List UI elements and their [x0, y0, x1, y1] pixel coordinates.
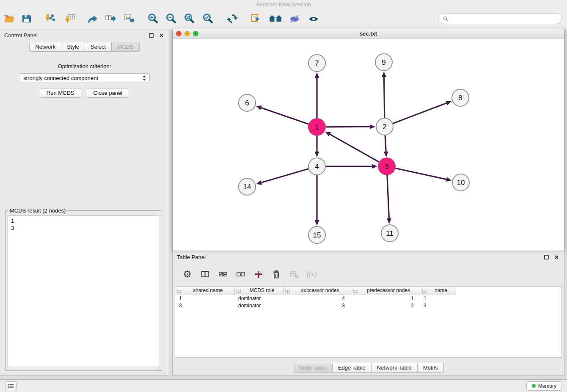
function-builder-icon: f(x) — [306, 269, 317, 280]
save-session-icon[interactable] — [19, 11, 34, 26]
float-table-panel-icon[interactable] — [543, 254, 550, 260]
table-cell: 3 — [283, 302, 351, 309]
attribute-table: shared nameMCDS rolesuccessor nodesprede… — [175, 287, 456, 309]
delete-row-icon[interactable] — [270, 269, 282, 280]
table-row[interactable]: 1dominator411 — [175, 295, 456, 302]
zoom-selected-icon[interactable] — [201, 11, 215, 26]
graph-edge-arrowhead — [315, 220, 319, 226]
settings-gear-icon[interactable]: ⚙ — [182, 269, 193, 280]
tab-style[interactable]: Style — [61, 42, 85, 52]
tab-motifs[interactable]: Motifs — [418, 363, 444, 373]
close-table-panel-icon[interactable] — [553, 254, 560, 260]
refresh-view-icon[interactable] — [225, 11, 239, 26]
graph-edge-1-2[interactable] — [325, 127, 370, 127]
graph-edge-2-3[interactable] — [385, 135, 386, 152]
tab-select[interactable]: Select — [85, 42, 112, 52]
table-panel-tabs: Node TableEdge TableNetwork TableMotifs — [173, 363, 564, 373]
close-panel-button[interactable]: Close panel — [87, 88, 129, 98]
graph-node-label: 11 — [386, 229, 394, 237]
network-window-title: scc.txt — [360, 30, 377, 37]
graph-edge-3-10[interactable] — [395, 168, 446, 179]
search-box[interactable] — [438, 13, 562, 24]
graph-edge-arrowhead — [446, 177, 452, 182]
graph-edge-2-8[interactable] — [393, 103, 447, 123]
home-views-icon[interactable] — [267, 11, 284, 26]
maximize-window-icon[interactable] — [193, 31, 198, 36]
graph-edge-3-1[interactable] — [330, 134, 379, 162]
graph-edge-4-14[interactable] — [261, 169, 309, 183]
search-input[interactable] — [451, 16, 557, 22]
table-cell: 3 — [420, 302, 456, 309]
clone-network-icon[interactable] — [248, 11, 263, 26]
open-session-icon[interactable] — [2, 11, 17, 26]
paint-style-eye-icon[interactable] — [287, 11, 302, 26]
graph-node-label: 3 — [385, 163, 388, 171]
graph-node-label: 7 — [315, 59, 319, 67]
tab-network-table[interactable]: Network Table — [372, 363, 418, 373]
graph-edge-arrowhead — [315, 72, 319, 78]
graph-edge-2-9[interactable] — [384, 77, 384, 118]
show-columns-icon[interactable] — [199, 269, 211, 280]
minimize-window-icon[interactable] — [184, 31, 190, 36]
column-header-shared-name[interactable]: shared name — [175, 287, 234, 295]
control-panel-tabs: NetworkStyleSelectMCDS — [0, 42, 169, 52]
import-network-icon[interactable] — [43, 11, 57, 26]
delete-column-icon — [288, 269, 300, 280]
graph-node-label: 2 — [383, 123, 386, 131]
graph-edge-arrowhead — [446, 101, 451, 105]
mcds-result-title: MCDS result (2 nodes) — [8, 207, 67, 214]
table-panel: Table Panel ⚙ — [172, 251, 564, 376]
node-table: shared nameMCDS rolesuccessor nodesprede… — [175, 286, 562, 358]
graph-edge-arrowhead — [382, 72, 386, 77]
network-canvas[interactable]: 7968124314101511 — [173, 39, 564, 251]
export-network-icon[interactable] — [85, 11, 99, 26]
task-history-button[interactable] — [5, 381, 17, 390]
table-cell: 1 — [351, 295, 420, 302]
zoom-fit-icon[interactable] — [182, 11, 197, 26]
graph-edge-1-6[interactable] — [261, 108, 309, 124]
zoom-in-icon[interactable] — [146, 11, 160, 26]
show-details-eye-icon[interactable] — [306, 11, 321, 26]
table-cell: 2 — [351, 302, 420, 309]
graph-edge-arrowhead — [372, 164, 377, 169]
desktop-area: Control Panel NetworkStyleSelectMCDS Opt… — [0, 30, 567, 379]
close-window-icon[interactable] — [176, 31, 182, 36]
unselect-all-icon[interactable] — [235, 269, 246, 280]
control-panel: Control Panel NetworkStyleSelectMCDS Opt… — [0, 30, 169, 376]
table-row[interactable]: 3dominator323 — [175, 302, 456, 309]
mcds-result-groupbox: MCDS result (2 nodes) 13 — [5, 210, 162, 371]
tab-edge-table[interactable]: Edge Table — [333, 363, 372, 373]
network-graph: 7968124314101511 — [173, 39, 564, 251]
import-table-icon[interactable] — [63, 11, 77, 26]
export-table-icon[interactable] — [103, 11, 118, 26]
tab-mcds[interactable]: MCDS — [112, 42, 139, 52]
graph-node-label: 15 — [313, 231, 321, 239]
graph-edge-3-11[interactable] — [387, 175, 389, 218]
table-cell: dominator — [234, 302, 283, 309]
tab-network[interactable]: Network — [29, 42, 61, 52]
graph-edge-arrowhead — [370, 124, 375, 129]
tab-node-table[interactable]: Node Table — [293, 363, 333, 373]
column-header-name[interactable]: name — [420, 287, 456, 295]
close-panel-icon[interactable] — [158, 33, 165, 38]
column-header-icon — [177, 288, 182, 293]
float-panel-icon[interactable] — [148, 33, 154, 38]
select-all-icon[interactable] — [217, 269, 228, 280]
column-header-label: shared name — [183, 287, 233, 293]
table-cell: dominator — [234, 295, 283, 302]
network-window-titlebar[interactable]: scc.txt — [173, 29, 564, 39]
export-image-icon[interactable] — [122, 11, 136, 26]
column-header-predecessor-nodes[interactable]: predecessor nodes — [351, 287, 420, 295]
fx-label: f(x) — [307, 270, 317, 279]
add-row-icon[interactable] — [253, 269, 264, 280]
memory-button[interactable]: Memory — [526, 381, 562, 391]
column-header-successor-nodes[interactable]: successor nodes — [283, 287, 351, 295]
optimization-criterion-select[interactable]: strongly connected component — [19, 73, 150, 83]
graph-edge-arrowhead — [256, 105, 262, 110]
run-mcds-button[interactable]: Run MCDS — [40, 88, 81, 98]
column-header-label: MCDS role — [243, 287, 281, 293]
column-header-MCDS-role[interactable]: MCDS role — [234, 287, 283, 295]
status-bar: Memory — [0, 379, 567, 392]
graph-edge-arrowhead — [256, 180, 262, 185]
zoom-out-icon[interactable] — [164, 11, 179, 26]
